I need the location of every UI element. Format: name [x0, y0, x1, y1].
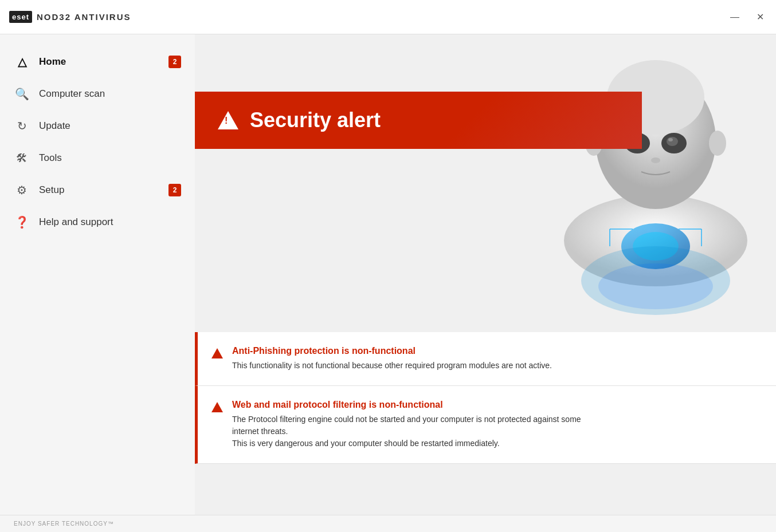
- content-area: Security alert Anti-Phishing protection …: [195, 34, 776, 515]
- mail-filter-alert-desc3: This is very dangerous and your computer…: [232, 438, 581, 450]
- mail-filter-alert-title: Web and mail protocol filtering is non-f…: [232, 400, 581, 410]
- svg-point-16: [668, 138, 673, 141]
- hero-section: Security alert: [195, 34, 776, 332]
- sidebar-label-home: Home: [39, 56, 159, 68]
- alerts-section: Anti-Phishing protection is non-function…: [195, 332, 776, 487]
- setup-badge: 2: [168, 184, 181, 196]
- titlebar: eset NOD32 ANTIVIRUS — ✕: [0, 0, 776, 34]
- close-button[interactable]: ✕: [753, 10, 767, 24]
- sidebar-item-update[interactable]: ↻ Update: [0, 110, 195, 142]
- footer-text: ENJOY SAFER TECHNOLOGY™: [14, 521, 114, 527]
- phishing-alert-desc: This functionality is not functional bec…: [232, 360, 552, 372]
- eset-logo-box: eset: [9, 11, 32, 23]
- refresh-icon: ↻: [14, 118, 30, 134]
- svg-point-19: [709, 131, 726, 156]
- sidebar: △ Home 2 🔍 Computer scan ↻ Update 🛠 Tool…: [0, 34, 195, 515]
- alert-phishing: Anti-Phishing protection is non-function…: [195, 332, 776, 386]
- mail-filter-alert-desc2: internet threats.: [232, 425, 581, 438]
- sidebar-label-update: Update: [39, 120, 181, 132]
- sidebar-item-setup[interactable]: ⚙ Setup 2: [0, 174, 195, 206]
- robot-image: [518, 34, 776, 326]
- alert-mail-filter: Web and mail protocol filtering is non-f…: [195, 386, 776, 464]
- gear-icon: ⚙: [14, 182, 30, 198]
- warning-icon: △: [14, 54, 30, 70]
- sidebar-item-tools[interactable]: 🛠 Tools: [0, 142, 195, 174]
- security-alert-banner: Security alert: [195, 92, 642, 149]
- help-icon: ❓: [14, 214, 30, 230]
- phishing-alert-content: Anti-Phishing protection is non-function…: [232, 346, 552, 372]
- sidebar-label-computer-scan: Computer scan: [39, 88, 181, 100]
- sidebar-label-tools: Tools: [39, 152, 181, 164]
- mail-filter-alert-icon: [211, 401, 223, 416]
- eset-logo: eset NOD32 ANTIVIRUS: [9, 11, 131, 23]
- footer: ENJOY SAFER TECHNOLOGY™: [0, 515, 776, 532]
- app-title: NOD32 ANTIVIRUS: [37, 12, 131, 22]
- security-alert-title: Security alert: [250, 108, 381, 132]
- tools-icon: 🛠: [14, 150, 30, 166]
- app-branding: eset NOD32 ANTIVIRUS: [9, 11, 131, 23]
- window-controls: — ✕: [728, 10, 767, 24]
- phishing-alert-title: Anti-Phishing protection is non-function…: [232, 346, 552, 356]
- sidebar-item-computer-scan[interactable]: 🔍 Computer scan: [0, 78, 195, 110]
- svg-point-21: [598, 263, 713, 309]
- phishing-alert-icon: [211, 347, 223, 362]
- home-badge: 2: [168, 56, 181, 68]
- svg-point-14: [667, 137, 678, 146]
- mail-filter-alert-content: Web and mail protocol filtering is non-f…: [232, 400, 581, 450]
- sidebar-label-help: Help and support: [39, 216, 181, 228]
- search-icon: 🔍: [14, 86, 30, 102]
- sidebar-item-help[interactable]: ❓ Help and support: [0, 206, 195, 238]
- main-layout: △ Home 2 🔍 Computer scan ↻ Update 🛠 Tool…: [0, 34, 776, 515]
- alert-triangle-icon: [218, 111, 238, 129]
- svg-point-17: [651, 157, 660, 163]
- sidebar-label-setup: Setup: [39, 184, 159, 196]
- minimize-button[interactable]: —: [728, 10, 742, 24]
- sidebar-item-home[interactable]: △ Home 2: [0, 46, 195, 78]
- mail-filter-alert-desc1: The Protocol filtering engine could not …: [232, 413, 581, 425]
